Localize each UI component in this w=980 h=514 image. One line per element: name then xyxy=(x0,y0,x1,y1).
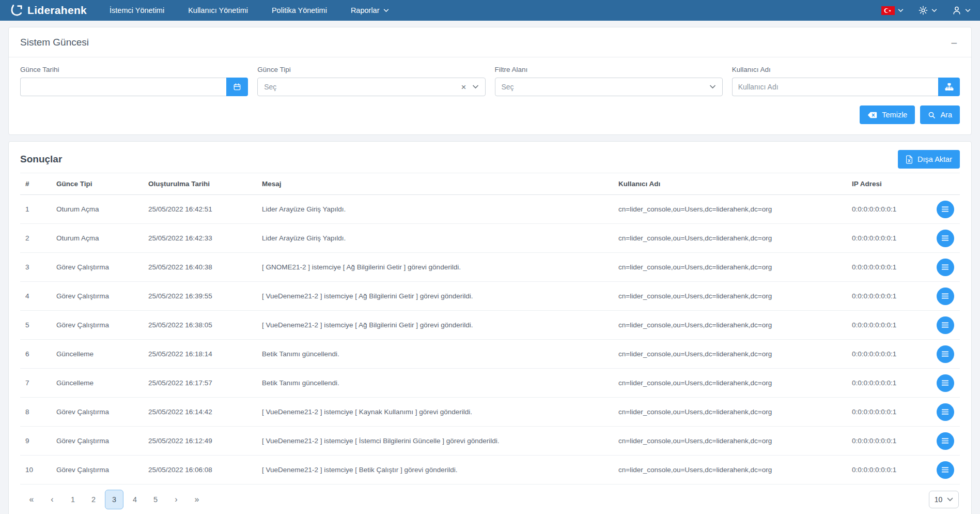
search-button-label: Ara xyxy=(940,111,952,119)
search-button[interactable]: Ara xyxy=(920,105,960,124)
cell-row-number: 5 xyxy=(20,311,51,340)
pagination: « ‹ 12345 › » 10 xyxy=(20,485,960,513)
page-size-select[interactable]: 10 xyxy=(929,491,959,508)
table-row: 2 Oturum Açma 25/05/2022 16:42:33 Lider … xyxy=(20,224,960,253)
chevron-down-icon xyxy=(965,9,971,12)
table-row: 4 Görev Çalıştırma 25/05/2022 16:39:55 [… xyxy=(20,282,960,311)
page-button-5[interactable]: 5 xyxy=(146,490,165,509)
cell-username: cn=lider_console,ou=Users,dc=liderahenk,… xyxy=(613,340,847,369)
cell-ip-address: 0:0:0:0:0:0:0:1 xyxy=(847,456,930,485)
cell-log-type: Görev Çalıştırma xyxy=(51,253,143,282)
cell-created-date: 25/05/2022 16:17:57 xyxy=(143,369,257,398)
page-button-1[interactable]: 1 xyxy=(64,490,82,509)
cell-row-number: 2 xyxy=(20,224,51,253)
cell-created-date: 25/05/2022 16:18:14 xyxy=(143,340,257,369)
cell-actions xyxy=(930,224,960,253)
list-icon xyxy=(941,409,949,415)
cell-ip-address: 0:0:0:0:0:0:0:1 xyxy=(847,340,930,369)
list-icon xyxy=(941,322,949,328)
cell-username: cn=lider_console,ou=Users,dc=liderahenk,… xyxy=(613,195,847,224)
liderahenk-logo-icon xyxy=(9,4,24,17)
last-page-button[interactable]: » xyxy=(188,490,206,509)
page-button-4[interactable]: 4 xyxy=(126,490,144,509)
clear-selection-icon[interactable]: × xyxy=(461,83,466,92)
row-detail-button[interactable] xyxy=(937,432,954,450)
first-page-button[interactable]: « xyxy=(22,490,41,509)
language-menu[interactable] xyxy=(881,6,904,15)
cell-username: cn=lider_console,ou=Users,dc=liderahenk,… xyxy=(613,456,847,485)
row-detail-button[interactable] xyxy=(937,345,954,363)
browse-users-button[interactable] xyxy=(938,78,960,96)
cell-ip-address: 0:0:0:0:0:0:0:1 xyxy=(847,311,930,340)
cell-message: Betik Tanımı güncellendi. xyxy=(257,340,613,369)
table-row: 5 Görev Çalıştırma 25/05/2022 16:38:05 [… xyxy=(20,311,960,340)
cell-username: cn=lider_console,ou=Users,dc=liderahenk,… xyxy=(613,311,847,340)
nav-item-1[interactable]: İstemci Yönetimi xyxy=(110,6,164,14)
row-detail-button[interactable] xyxy=(937,259,954,276)
nav-item-label: Politika Yönetimi xyxy=(272,6,327,14)
table-row: 1 Oturum Açma 25/05/2022 16:42:51 Lider … xyxy=(20,195,960,224)
results-panel: Sonuçlar Dışa Aktar #Günce TipiOluşturul… xyxy=(8,141,972,514)
column-header: IP Adresi xyxy=(847,173,930,195)
navbar: Liderahenk İstemci Yönetimi Kullanıcı Yö… xyxy=(0,0,980,21)
row-detail-button[interactable] xyxy=(937,403,954,421)
log-type-placeholder: Seç xyxy=(264,83,276,91)
cell-ip-address: 0:0:0:0:0:0:0:1 xyxy=(847,398,930,427)
chevron-down-icon xyxy=(947,497,953,502)
page-size-value: 10 xyxy=(935,495,943,504)
page-button-2[interactable]: 2 xyxy=(84,490,103,509)
row-detail-button[interactable] xyxy=(937,374,954,392)
nav-item-2[interactable]: Kullanıcı Yönetimi xyxy=(188,6,248,14)
brand-logo[interactable]: Liderahenk xyxy=(9,4,87,17)
navbar-right xyxy=(881,5,971,16)
cell-message: [ VueDeneme21-2 ] istemciye [ Ağ Bilgile… xyxy=(257,282,613,311)
calendar-button[interactable] xyxy=(226,78,248,96)
cell-row-number: 6 xyxy=(20,340,51,369)
previous-page-button[interactable]: ‹ xyxy=(43,490,61,509)
list-icon xyxy=(941,206,949,213)
column-header: Günce Tipi xyxy=(51,173,143,195)
export-button[interactable]: Dışa Aktar xyxy=(898,150,960,169)
field-log-type: Günce Tipi Seç × xyxy=(257,66,485,96)
cell-actions xyxy=(930,427,960,456)
cell-created-date: 25/05/2022 16:38:05 xyxy=(143,311,257,340)
cell-log-type: Görev Çalıştırma xyxy=(51,427,143,456)
page-number-buttons: 12345 xyxy=(63,490,166,509)
filter-area-select[interactable]: Seç xyxy=(495,78,723,96)
cell-log-type: Güncelleme xyxy=(51,369,143,398)
nav-item-3[interactable]: Politika Yönetimi xyxy=(272,6,327,14)
column-header: Oluşturulma Tarihi xyxy=(143,173,257,195)
log-type-select[interactable]: Seç × xyxy=(257,78,485,96)
cell-message: Lider Arayüze Giriş Yapıldı. xyxy=(257,195,613,224)
row-detail-button[interactable] xyxy=(937,461,954,479)
column-header: Kullanıcı Adı xyxy=(613,173,847,195)
column-header-actions xyxy=(930,173,960,195)
log-date-input[interactable] xyxy=(20,78,226,96)
page-button-3[interactable]: 3 xyxy=(105,490,123,509)
row-detail-button[interactable] xyxy=(937,288,954,305)
calendar-icon xyxy=(233,83,241,91)
settings-menu[interactable] xyxy=(918,5,937,16)
cell-ip-address: 0:0:0:0:0:0:0:1 xyxy=(847,282,930,311)
user-menu[interactable] xyxy=(952,5,971,16)
field-filter-area: Filtre Alanı Seç xyxy=(495,66,723,96)
nav-item-4[interactable]: Raporlar xyxy=(351,6,389,14)
sitemap-icon xyxy=(945,83,954,91)
clear-filters-button[interactable]: Temizle xyxy=(860,105,915,124)
cell-ip-address: 0:0:0:0:0:0:0:1 xyxy=(847,195,930,224)
cell-created-date: 25/05/2022 16:14:42 xyxy=(143,398,257,427)
cell-ip-address: 0:0:0:0:0:0:0:1 xyxy=(847,253,930,282)
row-detail-button[interactable] xyxy=(937,201,954,218)
cell-message: Lider Arayüze Giriş Yapıldı. xyxy=(257,224,613,253)
search-icon xyxy=(928,111,936,119)
collapse-panel-button[interactable]: – xyxy=(948,36,960,48)
row-detail-button[interactable] xyxy=(937,230,954,247)
next-page-button[interactable]: › xyxy=(167,490,185,509)
username-input[interactable] xyxy=(732,78,938,96)
cell-username: cn=lider_console,ou=Users,dc=liderahenk,… xyxy=(613,427,847,456)
table-row: 3 Görev Çalıştırma 25/05/2022 16:40:38 [… xyxy=(20,253,960,282)
field-log-date: Günce Tarihi xyxy=(20,66,248,96)
list-icon xyxy=(941,380,949,386)
cell-ip-address: 0:0:0:0:0:0:0:1 xyxy=(847,369,930,398)
row-detail-button[interactable] xyxy=(937,316,954,334)
